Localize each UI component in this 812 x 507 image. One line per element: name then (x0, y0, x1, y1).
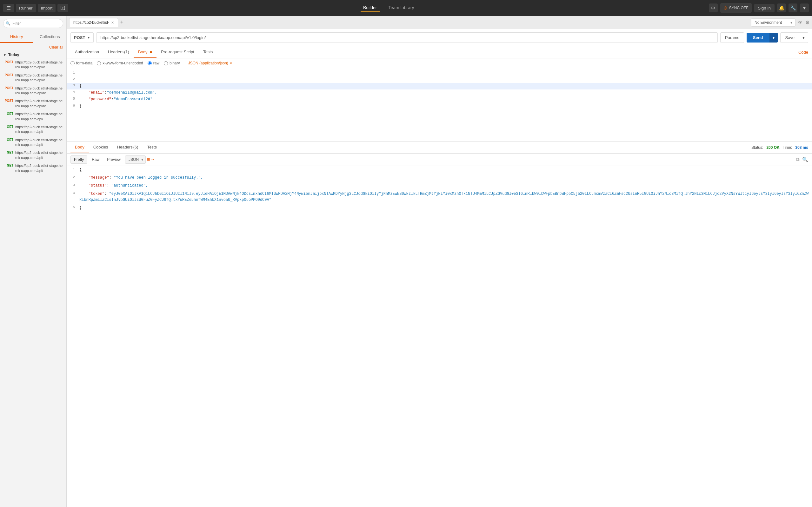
code-line: 4 "email":"demoenail@gmail.com", (67, 90, 812, 96)
svg-rect-0 (7, 6, 10, 7)
history-tab[interactable]: History (0, 31, 33, 43)
form-data-option[interactable]: form-data (70, 61, 92, 65)
builder-tab[interactable]: Builder (361, 4, 380, 12)
list-item[interactable]: GET https://cp2-buck etlist-stage.herok … (0, 149, 66, 162)
response-body-tab[interactable]: Body (70, 142, 89, 153)
pretty-button[interactable]: Pretty (70, 156, 87, 164)
request-tab-label: https://cp2-bucketlist- (73, 20, 109, 25)
url-input[interactable] (96, 33, 718, 43)
list-item[interactable]: POST https://cp2-buck etlist-stage.herok… (0, 97, 66, 110)
list-item[interactable]: GET https://cp2-buck etlist-stage.herok … (0, 136, 66, 149)
import-button[interactable]: Import (38, 4, 56, 12)
top-nav: Runner Import Builder Team Library ⚙ ⊙ S… (0, 0, 812, 16)
code-line: 5 } (67, 204, 812, 212)
tab-body[interactable]: Body (133, 46, 157, 58)
line-number: 1 (67, 70, 78, 74)
env-selector: No Environment ▼ 👁 ⚙ (751, 18, 809, 26)
history-item-url: https://cp2-buck etlist-stage.herok uapp… (15, 73, 63, 83)
history-item-url: https://cp2-buck etlist-stage.herok uapp… (15, 138, 63, 148)
line-number: 4 (67, 90, 78, 94)
response-tests-tab[interactable]: Tests (143, 142, 161, 153)
request-tab[interactable]: https://cp2-bucketlist- ✕ (69, 18, 118, 26)
environment-eye-button[interactable]: 👁 (798, 20, 803, 25)
today-group-label: ▼ Today (0, 51, 66, 58)
response-tabs-bar: Body Cookies Headers(6) Tests Status: 20… (67, 142, 812, 154)
list-item[interactable]: GET https://cp2-buck etlist-stage.herok … (0, 123, 66, 136)
tab-headers[interactable]: Headers(1) (104, 46, 133, 58)
method-badge: GET (3, 125, 13, 128)
sidebar-search-area: 🔍 (0, 16, 66, 31)
list-item[interactable]: GET https://cp2-buck etlist-stage.herok … (0, 110, 66, 123)
history-items: POST https://cp2-buck etlist-stage.herok… (0, 58, 66, 507)
method-badge: GET (3, 138, 13, 142)
code-line: 1 { (67, 166, 812, 174)
close-icon[interactable]: ✕ (111, 21, 114, 25)
settings-icon[interactable]: ⚙ (709, 3, 718, 12)
response-status: Status: 200 OK Time: 308 ms (751, 145, 808, 150)
line-number: 3 (67, 182, 78, 187)
urlencoded-radio[interactable] (97, 61, 101, 65)
line-content: { (78, 83, 812, 90)
heart-icon[interactable]: ♥ (800, 3, 809, 12)
wrench-icon[interactable]: 🔧 (789, 3, 797, 12)
code-line: 5 "password":"demoPassword12#" (67, 96, 812, 103)
send-button[interactable]: Send (747, 33, 769, 43)
code-line: 2 "message": "You have been logged in su… (67, 174, 812, 182)
list-item[interactable]: POST https://cp2-buck etlist-stage.herok… (0, 71, 66, 84)
tab-tests[interactable]: Tests (199, 46, 217, 58)
environment-gear-button[interactable]: ⚙ (805, 20, 809, 25)
line-number: 5 (67, 96, 78, 101)
sync-button[interactable]: ⊙ SYNC OFF (720, 3, 752, 13)
code-link[interactable]: Code (798, 47, 808, 58)
team-library-tab[interactable]: Team Library (386, 4, 417, 12)
search-icon-button[interactable]: 🔍 (802, 157, 808, 162)
binary-radio[interactable] (164, 61, 168, 65)
tab-authorization[interactable]: Authorization (70, 46, 104, 58)
save-dropdown-button[interactable]: ▼ (799, 33, 808, 43)
nav-center: Builder Team Library (70, 4, 707, 12)
line-number: 2 (67, 76, 78, 81)
runner-button[interactable]: Runner (16, 4, 36, 12)
form-data-radio[interactable] (70, 61, 74, 65)
copy-icon-button[interactable]: ⧉ (796, 157, 800, 162)
response-cookies-tab[interactable]: Cookies (89, 142, 113, 153)
wrap-lines-button[interactable]: ≡→ (147, 157, 155, 162)
code-line: 3 { (67, 83, 812, 90)
binary-option[interactable]: binary (164, 61, 180, 65)
params-button[interactable]: Params (720, 33, 744, 43)
method-dropdown[interactable]: POST ▼ (70, 33, 94, 43)
history-item-url: https://cp2-buck etlist-stage.herok uapp… (15, 125, 63, 134)
main-layout: 🔍 History Collections Clear all ▼ Today … (0, 16, 812, 507)
new-request-button[interactable]: + (118, 19, 125, 26)
tab-pre-request-script[interactable]: Pre-request Script (157, 46, 199, 58)
sidebar-toggle-button[interactable] (3, 4, 14, 12)
send-dropdown-button[interactable]: ▼ (769, 33, 778, 43)
sign-in-button[interactable]: Sign In (754, 4, 774, 12)
format-dropdown[interactable]: JSON (125, 156, 146, 164)
raw-option[interactable]: raw (148, 61, 159, 65)
list-item[interactable]: POST https://cp2-buck etlist-stage.herok… (0, 58, 66, 71)
list-item[interactable]: POST https://cp2-buck etlist-stage.herok… (0, 84, 66, 97)
json-format-selector[interactable]: JSON (application/json) ▼ (188, 61, 233, 65)
list-item[interactable]: GET https://cp2-buck etlist-stage.herok … (0, 162, 66, 175)
response-headers-tab[interactable]: Headers(6) (113, 142, 143, 153)
nav-right: ⚙ ⊙ SYNC OFF Sign In 🔔 🔧 ♥ (709, 3, 809, 13)
history-item-url: https://cp2-buck etlist-stage.herok uapp… (15, 86, 63, 96)
raw-button[interactable]: Raw (89, 156, 103, 163)
save-button[interactable]: Save (780, 33, 799, 43)
chevron-down-icon: ▼ (229, 62, 233, 65)
raw-radio[interactable] (148, 61, 152, 65)
urlencoded-option[interactable]: x-www-form-urlencoded (97, 61, 143, 65)
method-badge: GET (3, 163, 13, 167)
notification-icon[interactable]: 🔔 (777, 3, 786, 12)
collections-tab[interactable]: Collections (33, 31, 67, 43)
preview-button[interactable]: Preview (104, 156, 124, 163)
clear-all-button[interactable]: Clear all (49, 45, 63, 50)
new-tab-button[interactable] (57, 4, 68, 12)
line-content: "password":"demoPassword12#" (78, 96, 812, 103)
filter-input[interactable] (3, 19, 63, 28)
chevron-down-icon: ▼ (3, 53, 6, 57)
request-code-editor[interactable]: 1 2 3 { 4 "email":"demoenail@gmail.com",… (67, 68, 812, 141)
environment-dropdown[interactable]: No Environment (751, 18, 796, 26)
line-content: "email":"demoenail@gmail.com", (78, 90, 812, 96)
